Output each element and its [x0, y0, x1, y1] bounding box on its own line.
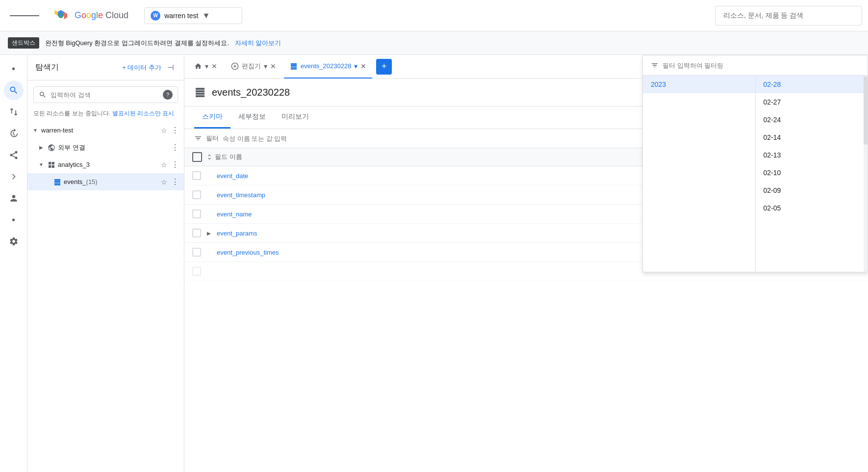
home-tab-close-icon[interactable]: ✕ — [211, 62, 217, 70]
resource-tree: ▼ warren-test ☆ ⋮ ▶ 외부 연결 ⋮ ▼ analyt — [27, 122, 184, 472]
date-scrollbar-thumb — [864, 79, 868, 145]
sub-tab-details[interactable]: 세부정보 — [230, 106, 274, 129]
date-columns: 2023 02-28 02-27 02-24 02-14 02-13 02-10… — [643, 79, 868, 272]
add-tab-button[interactable]: + — [376, 59, 392, 75]
year-2023[interactable]: 2023 — [643, 79, 755, 93]
learn-more-link[interactable]: 자세히 알아보기 — [235, 39, 281, 48]
date-scrollbar[interactable] — [864, 79, 868, 272]
dataset-menu-icon[interactable]: ⋮ — [170, 159, 180, 170]
table-tab-close-icon[interactable]: ✕ — [360, 62, 366, 70]
date-item-02-09[interactable]: 02-09 — [756, 182, 868, 199]
sub-tab-schema[interactable]: 스키마 — [194, 106, 230, 129]
logo-area: Google Cloud — [51, 6, 128, 26]
sidebar-dot2-button[interactable]: • — [4, 210, 24, 230]
explorer-header: 탐색기 + 데이터 추가 ⊣ — [27, 55, 184, 80]
tab-table[interactable]: events_20230228 ▾ ✕ — [284, 55, 372, 79]
add-data-button[interactable]: + 데이터 추가 — [122, 63, 161, 72]
logo-text: Google Cloud — [75, 10, 128, 21]
date-item-02-14[interactable]: 02-14 — [756, 129, 868, 146]
svg-point-3 — [15, 157, 17, 159]
external-connection-label: 외부 연결 — [58, 143, 168, 152]
tab-table-icon — [290, 62, 298, 70]
row-expand-event-previous — [205, 248, 213, 256]
sidebar-user-button[interactable] — [4, 188, 24, 208]
starred-resources-link[interactable]: 별표시된 리소스만 표시 — [112, 110, 175, 117]
sidebar-icons: • • — [0, 55, 27, 472]
table-tree-item[interactable]: events_(15) ☆ ⋮ — [27, 173, 184, 190]
editor-tab-close-icon[interactable]: ✕ — [270, 62, 276, 70]
row-checkbox-event-timestamp[interactable] — [192, 190, 201, 199]
project-menu-icon[interactable]: ⋮ — [170, 125, 180, 136]
row-checkbox-event-previous[interactable] — [192, 248, 201, 257]
sidebar-settings-button[interactable] — [4, 232, 24, 251]
svg-line-5 — [12, 153, 15, 154]
table-label: events_(15) — [64, 178, 158, 185]
table-title: events_20230228 — [212, 87, 290, 98]
field-name-header: 필드 이름 — [215, 153, 242, 161]
svg-point-1 — [15, 151, 17, 154]
sub-tab-preview[interactable]: 미리보기 — [274, 106, 317, 129]
date-date-column: 02-28 02-27 02-24 02-14 02-13 02-10 02-0… — [756, 79, 868, 272]
sidebar-transfer-button[interactable] — [4, 102, 24, 122]
project-dropdown-arrow-icon: ▼ — [202, 11, 210, 20]
sort-icon — [206, 154, 213, 160]
field-name-sort[interactable]: 필드 이름 — [206, 153, 242, 161]
row-expand-event-params[interactable]: ▶ — [205, 229, 213, 237]
table-star-icon[interactable]: ☆ — [160, 177, 168, 187]
project-selector[interactable]: W warren test ▼ — [144, 7, 242, 24]
date-item-02-28[interactable]: 02-28 — [756, 79, 868, 93]
editor-tab-dropdown-icon[interactable]: ▾ — [264, 62, 267, 70]
collapse-explorer-button[interactable]: ⊣ — [165, 61, 176, 74]
tab-home[interactable]: ▾ ✕ — [188, 55, 223, 79]
hamburger-button[interactable] — [6, 10, 43, 22]
search-help-button[interactable]: ? — [163, 90, 173, 100]
row-checkbox-partial[interactable] — [192, 267, 201, 276]
select-all-checkbox[interactable] — [192, 152, 202, 162]
external-menu-icon[interactable]: ⋮ — [170, 142, 180, 153]
explorer-panel: 탐색기 + 데이터 추가 ⊣ ? 모든 리소스를 보는 중입니다. 별표시된 리… — [27, 55, 184, 472]
main-layout: • • 탐색기 + 데이터 추가 ⊣ — [0, 55, 868, 472]
dataset-tree-item[interactable]: ▼ analytics_3 ☆ ⋮ — [27, 156, 184, 173]
external-connection-tree-item[interactable]: ▶ 외부 연결 ⋮ — [27, 139, 184, 156]
dataset-star-icon[interactable]: ☆ — [160, 160, 168, 170]
table-menu-icon[interactable]: ⋮ — [170, 176, 180, 187]
date-item-02-05[interactable]: 02-05 — [756, 199, 868, 217]
banner-text: 완전형 BigQuery 환경으로 업그레이드하려면 결제를 설정하세요. — [45, 39, 229, 48]
table-tab-dropdown-icon[interactable]: ▾ — [354, 62, 357, 70]
table-tab-label: events_20230228 — [301, 62, 351, 70]
global-search-bar[interactable]: 리소스, 문서, 제품 등 검색 — [715, 6, 862, 26]
sidebar-history-button[interactable] — [4, 124, 24, 143]
row-checkbox-event-date[interactable] — [192, 171, 201, 180]
sidebar-pipeline-button[interactable] — [4, 167, 24, 186]
svg-line-4 — [12, 156, 15, 157]
project-expand-arrow-icon: ▼ — [31, 127, 39, 134]
date-item-02-24[interactable]: 02-24 — [756, 111, 868, 129]
project-tree-item[interactable]: ▼ warren-test ☆ ⋮ — [27, 122, 184, 139]
user-icon — [9, 193, 19, 203]
explorer-search-input[interactable] — [51, 91, 159, 99]
home-tab-dropdown-icon[interactable]: ▾ — [205, 62, 208, 70]
table-title-icon — [194, 86, 206, 98]
date-year-column: 2023 — [643, 79, 756, 272]
date-item-02-27[interactable]: 02-27 — [756, 93, 868, 111]
search-placeholder-text: 리소스, 문서, 제품 등 검색 — [723, 11, 803, 20]
external-expand-arrow-icon: ▶ — [37, 144, 45, 152]
top-bar: Google Cloud W warren test ▼ 리소스, 문서, 제품… — [0, 0, 868, 31]
date-item-02-10[interactable]: 02-10 — [756, 164, 868, 182]
explorer-title: 탐색기 — [35, 62, 118, 73]
sidebar-share-button[interactable] — [4, 145, 24, 165]
date-dropdown-panel: 2023 02-28 02-27 02-24 02-14 02-13 02-10… — [642, 79, 868, 272]
tab-editor[interactable]: 편집기 ▾ ✕ — [225, 55, 282, 79]
sidebar-search-button[interactable] — [4, 80, 24, 100]
date-item-02-13[interactable]: 02-13 — [756, 146, 868, 164]
row-checkbox-event-params[interactable] — [192, 229, 201, 237]
sidebar-dot-button[interactable]: • — [4, 59, 24, 79]
row-checkbox-event-name[interactable] — [192, 210, 201, 218]
explorer-search-box[interactable]: ? — [33, 86, 178, 103]
project-star-icon[interactable]: ☆ — [160, 126, 168, 135]
main-content: ▾ ✕ 편집기 ▾ ✕ events_20230228 ▾ ✕ + — [184, 55, 868, 472]
filter-label: 필터 — [206, 134, 219, 143]
dataset-label: analytics_3 — [58, 161, 158, 168]
share-icon — [9, 150, 19, 160]
history-icon — [9, 129, 19, 138]
